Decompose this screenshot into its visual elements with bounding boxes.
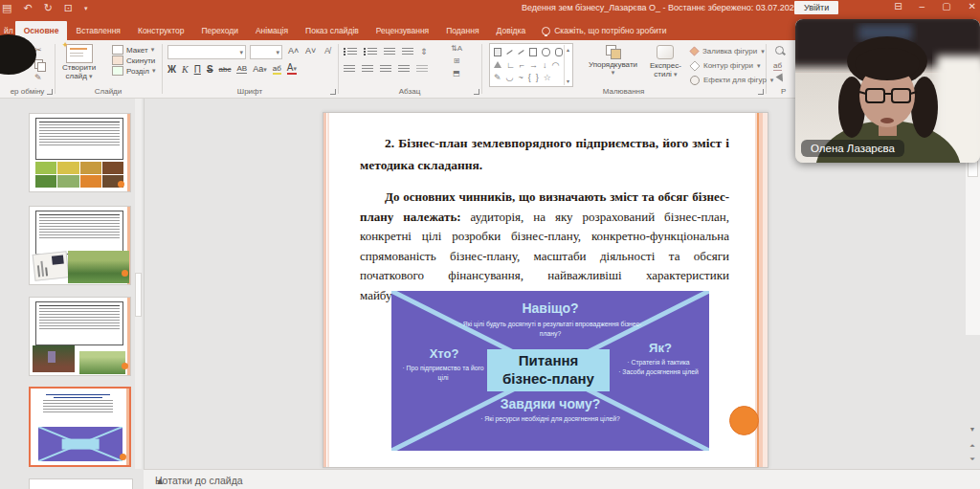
oval-shape-icon[interactable] xyxy=(542,48,549,56)
justify-button[interactable] xyxy=(398,65,410,74)
align-left-button[interactable] xyxy=(344,65,355,74)
columns-button[interactable] xyxy=(416,65,428,74)
bold-button[interactable]: Ж xyxy=(167,64,176,75)
strikethrough-button[interactable]: S xyxy=(207,64,213,75)
font-name-combobox[interactable]: ▾ xyxy=(167,45,246,59)
line-shape-icon[interactable] xyxy=(519,50,524,55)
textbox-shape-icon[interactable] xyxy=(494,48,501,56)
replace-icon[interactable]: аб xyxy=(773,61,782,71)
font-size-combobox[interactable]: ▾ xyxy=(250,45,282,59)
redo-icon[interactable]: ↻ xyxy=(44,2,53,14)
slide-thumbnail-4-selected[interactable] xyxy=(29,387,131,467)
rounded-rectangle-shape-icon[interactable] xyxy=(555,48,563,56)
strikethrough-abc-icon[interactable]: abc xyxy=(219,65,232,74)
align-center-button[interactable] xyxy=(362,65,373,74)
sign-in-button[interactable]: Увійти xyxy=(794,1,838,14)
copy-icon[interactable] xyxy=(37,62,46,72)
tab-transitions[interactable]: Переходи xyxy=(192,21,247,40)
text-direction-button[interactable]: ⇅A xyxy=(451,44,462,53)
line-spacing-button[interactable]: ⇕ xyxy=(420,47,428,56)
slide-accent-dot[interactable] xyxy=(729,406,759,435)
line-shape-icon[interactable] xyxy=(507,50,513,55)
quick-styles-button[interactable]: Експрес- стилі ▾ xyxy=(650,45,681,78)
shape-fill-button[interactable]: Заливка фігури▾ xyxy=(690,44,773,58)
ribbon-display-icon[interactable]: ⊟ xyxy=(894,1,902,11)
qat-dropdown-icon[interactable]: ▾ xyxy=(84,5,88,12)
curve-shape-icon[interactable]: ◡ xyxy=(506,73,514,82)
shrink-font-button[interactable]: A˅ xyxy=(305,46,316,56)
grow-font-button[interactable]: A˄ xyxy=(288,46,299,56)
select-icon[interactable] xyxy=(776,74,787,84)
star-shape-icon[interactable]: ☆ xyxy=(544,73,551,82)
align-right-button[interactable] xyxy=(380,65,391,74)
clipboard-dialog-launcher[interactable] xyxy=(47,89,53,95)
font-dialog-launcher[interactable] xyxy=(330,89,336,95)
minimize-button[interactable]: – xyxy=(920,1,925,11)
paragraph-dialog-launcher[interactable] xyxy=(474,89,479,95)
text-highlight-button[interactable]: аб xyxy=(273,64,281,75)
slide-thumbnail-1[interactable] xyxy=(29,113,131,192)
slide-thumbnail-3[interactable] xyxy=(29,297,131,376)
arrow-down-shape-icon[interactable]: ↓ xyxy=(543,60,547,70)
tab-review[interactable]: Рецензування xyxy=(368,21,437,40)
scroll-down-icon[interactable]: ▼ xyxy=(967,426,978,433)
tab-design[interactable]: Конструктор xyxy=(129,21,192,40)
tab-view[interactable]: Подання xyxy=(437,21,487,40)
smartart-convert-button[interactable]: ⬒ xyxy=(453,69,460,78)
decrease-indent-button[interactable] xyxy=(384,48,395,56)
scribble-shape-icon[interactable]: ✎ xyxy=(494,73,501,82)
italic-button[interactable]: К xyxy=(182,64,189,75)
connector-icon[interactable]: ⌐ xyxy=(520,60,524,70)
next-slide-button[interactable]: ⏷ xyxy=(967,456,978,463)
clear-formatting-button[interactable]: A̸ xyxy=(324,46,330,56)
brace-right-shape-icon[interactable]: } xyxy=(536,73,539,82)
start-slideshow-icon[interactable]: ⊡ xyxy=(64,2,73,14)
rectangle-shape-icon[interactable] xyxy=(529,48,537,56)
section-button[interactable]: Розділ▾ xyxy=(112,66,155,76)
reset-button[interactable]: Скинути xyxy=(112,56,155,65)
scroll-up-icon[interactable]: ▴ xyxy=(567,46,569,53)
arc-shape-icon[interactable]: ◠ xyxy=(552,60,560,70)
align-text-button[interactable]: ⊞ xyxy=(454,56,460,65)
format-painter-icon[interactable]: ✎ xyxy=(34,73,42,82)
wave-shape-icon[interactable]: ~ xyxy=(518,73,523,82)
brace-left-shape-icon[interactable]: { xyxy=(528,73,531,82)
shapes-gallery[interactable]: ∟ ⌐ → ↓ ◠ ✎ ◡ ~ { } ☆ ▴ ▾ xyxy=(489,43,573,87)
tab-animations[interactable]: Анімація xyxy=(247,21,297,40)
character-spacing-button[interactable]: АВ xyxy=(236,64,247,74)
find-icon[interactable] xyxy=(775,46,784,55)
shapes-gallery-scrollbar[interactable]: ▴ ▾ xyxy=(564,45,571,85)
layout-button[interactable]: Макет▾ xyxy=(112,45,155,55)
tab-insert[interactable]: Вставлення xyxy=(67,21,128,40)
triangle-shape-icon[interactable] xyxy=(494,61,501,68)
business-plan-questions-diagram[interactable]: Навіщо? · Які цілі будуть досягнуті в ре… xyxy=(391,291,709,451)
notes-pane[interactable]: Нотатки до слайда ▲ xyxy=(144,469,980,489)
tell-me-box[interactable]: Скажіть, що потрібно зробити xyxy=(534,21,674,40)
numbering-button[interactable] xyxy=(364,48,377,56)
save-icon[interactable]: ▤ xyxy=(2,2,11,14)
thumbnail-scrollbar-thumb[interactable] xyxy=(135,273,142,317)
bullets-button[interactable] xyxy=(344,48,357,56)
webcam-overlay[interactable]: Олена Лазарєва xyxy=(795,19,980,163)
slide-thumbnail-5-partial[interactable] xyxy=(29,478,133,489)
arrange-button[interactable]: Упорядкувати ▾ xyxy=(589,45,637,77)
slide-thumbnail-2[interactable] xyxy=(29,206,131,285)
tab-help[interactable]: Довідка xyxy=(488,21,535,40)
maximize-button[interactable]: ▢ xyxy=(942,1,950,11)
font-color-button[interactable]: А▾ xyxy=(287,63,297,75)
underline-button[interactable]: П xyxy=(194,64,201,75)
slide-body-text[interactable]: До основних чинників, що визначають зміс… xyxy=(360,188,729,305)
slide-title[interactable]: 2. Бізнес-план землевпорядного підприємс… xyxy=(360,133,729,177)
elbow-connector-icon[interactable]: ∟ xyxy=(506,60,515,70)
scroll-down-icon[interactable]: ▾ xyxy=(567,78,569,84)
arrow-right-shape-icon[interactable]: → xyxy=(529,60,538,70)
undo-icon[interactable]: ↶ xyxy=(23,2,32,14)
change-case-button[interactable]: Аа▾ xyxy=(253,64,267,74)
thumbnail-panel-scrollbar[interactable] xyxy=(135,99,142,469)
notes-collapse-icon[interactable]: ▲ xyxy=(155,475,976,486)
tab-slideshow[interactable]: Показ слайдів xyxy=(297,21,368,40)
shape-effects-button[interactable]: Ефекти для фігур▾ xyxy=(690,73,773,87)
drawing-dialog-launcher[interactable] xyxy=(758,89,764,95)
shape-outline-button[interactable]: Контур фігури▾ xyxy=(690,58,773,73)
new-slide-button[interactable]: ✦ Створити слайд ▾ xyxy=(62,44,96,80)
